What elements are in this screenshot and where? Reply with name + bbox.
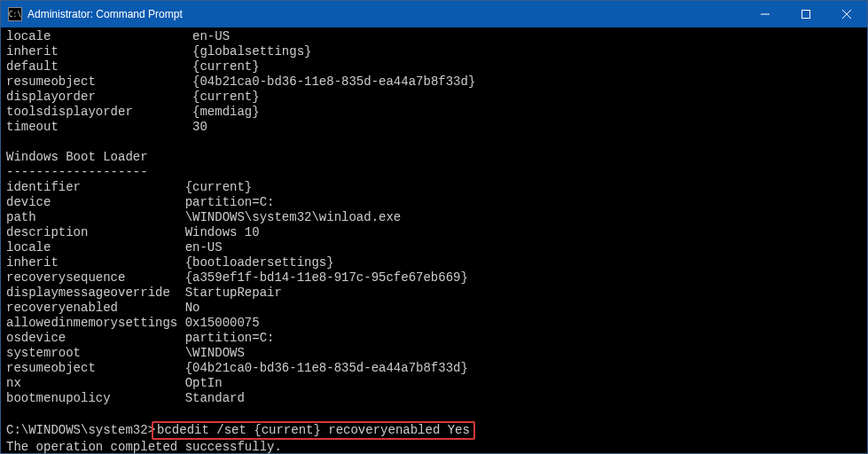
output-value: {04b21ca0-bd36-11e8-835d-ea44a7b8f33d} bbox=[185, 361, 468, 376]
output-value: 0x15000075 bbox=[185, 316, 260, 331]
output-key: systemroot bbox=[6, 346, 185, 361]
output-row: toolsdisplayorder{memdiag} bbox=[6, 105, 864, 120]
output-key: toolsdisplayorder bbox=[6, 105, 192, 120]
maximize-button[interactable] bbox=[786, 1, 826, 27]
highlighted-command: bcdedit /set {current} recoveryenabled Y… bbox=[152, 421, 475, 440]
output-key: locale bbox=[6, 240, 185, 255]
output-value: {globalsettings} bbox=[192, 44, 311, 59]
output-value: {bootloadersettings} bbox=[185, 255, 334, 270]
output-value: partition=C: bbox=[185, 195, 275, 210]
svg-rect-1 bbox=[802, 11, 810, 19]
output-row: inherit{bootloadersettings} bbox=[6, 255, 864, 270]
output-value: Windows 10 bbox=[185, 225, 260, 240]
output-value: partition=C: bbox=[185, 331, 275, 346]
output-row: resumeobject{04b21ca0-bd36-11e8-835d-ea4… bbox=[6, 361, 864, 376]
output-row: path\WINDOWS\system32\winload.exe bbox=[6, 210, 864, 225]
section-divider: ------------------- bbox=[6, 165, 864, 180]
titlebar[interactable]: C:\ Administrator: Command Prompt bbox=[1, 1, 867, 27]
output-row: displaymessageoverrideStartupRepair bbox=[6, 286, 864, 301]
terminal-output[interactable]: localeen-USinherit{globalsettings}defaul… bbox=[1, 27, 867, 453]
minimize-button[interactable] bbox=[745, 1, 786, 27]
output-key: bootmenupolicy bbox=[6, 391, 185, 406]
output-row: allowedinmemorysettings0x15000075 bbox=[6, 316, 864, 331]
output-key: default bbox=[6, 59, 192, 74]
output-key: description bbox=[6, 225, 185, 240]
output-row: recoverysequence{a359ef1f-bd14-11e8-917c… bbox=[6, 270, 864, 286]
minimize-icon bbox=[761, 10, 770, 19]
output-value: \WINDOWS bbox=[185, 346, 245, 361]
output-value: {a359ef1f-bd14-11e8-917c-95cfe67eb669} bbox=[185, 270, 468, 286]
output-row: inherit{globalsettings} bbox=[6, 44, 864, 59]
output-key: path bbox=[6, 210, 185, 225]
output-key: allowedinmemorysettings bbox=[6, 316, 185, 331]
output-key: timeout bbox=[6, 120, 192, 135]
output-value: en-US bbox=[192, 29, 230, 44]
output-value: Standard bbox=[185, 391, 245, 406]
output-row: resumeobject{04b21ca0-bd36-11e8-835d-ea4… bbox=[6, 74, 864, 90]
output-value: \WINDOWS\system32\winload.exe bbox=[185, 210, 402, 225]
output-row: timeout30 bbox=[6, 120, 864, 135]
output-row: recoveryenabledNo bbox=[6, 301, 864, 316]
output-key: identifier bbox=[6, 180, 185, 195]
output-row: localeen-US bbox=[6, 240, 864, 255]
output-key: nx bbox=[6, 376, 185, 391]
close-button[interactable] bbox=[826, 1, 867, 27]
output-value: 30 bbox=[192, 120, 207, 135]
output-key: recoverysequence bbox=[6, 270, 185, 286]
output-value: {04b21ca0-bd36-11e8-835d-ea44a7b8f33d} bbox=[192, 74, 475, 90]
output-key: displayorder bbox=[6, 90, 192, 105]
output-row: default{current} bbox=[6, 59, 864, 74]
output-row: bootmenupolicyStandard bbox=[6, 391, 864, 406]
output-value: {current} bbox=[192, 90, 260, 105]
output-key: device bbox=[6, 195, 185, 210]
output-key: recoveryenabled bbox=[6, 301, 185, 316]
output-key: locale bbox=[6, 29, 192, 44]
output-value: No bbox=[185, 301, 200, 316]
command-prompt-window: C:\ Administrator: Command Prompt locale… bbox=[0, 0, 868, 454]
output-row: devicepartition=C: bbox=[6, 195, 864, 210]
output-value: {current} bbox=[185, 180, 253, 195]
close-icon bbox=[842, 10, 851, 19]
window-title: Administrator: Command Prompt bbox=[27, 8, 745, 20]
output-row: osdevicepartition=C: bbox=[6, 331, 864, 346]
output-row: nxOptIn bbox=[6, 376, 864, 391]
output-key: displaymessageoverride bbox=[6, 286, 185, 301]
output-key: resumeobject bbox=[6, 74, 192, 90]
maximize-icon bbox=[802, 10, 810, 19]
section-header: Windows Boot Loader bbox=[6, 150, 864, 165]
output-key: inherit bbox=[6, 44, 192, 59]
output-row: localeen-US bbox=[6, 29, 864, 44]
output-key: resumeobject bbox=[6, 361, 185, 376]
output-row: displayorder{current} bbox=[6, 90, 864, 105]
output-value: {current} bbox=[192, 59, 260, 74]
output-value: StartupRepair bbox=[185, 286, 282, 301]
output-row: systemroot\WINDOWS bbox=[6, 346, 864, 361]
output-key: osdevice bbox=[6, 331, 185, 346]
output-key: inherit bbox=[6, 255, 185, 270]
result-line: The operation completed successfully. bbox=[6, 440, 864, 453]
output-row: descriptionWindows 10 bbox=[6, 225, 864, 240]
output-value: OptIn bbox=[185, 376, 223, 391]
output-row: identifier{current} bbox=[6, 180, 864, 195]
prompt-line: C:\WINDOWS\system32>bcdedit /set {curren… bbox=[6, 421, 864, 440]
output-value: en-US bbox=[185, 240, 223, 255]
cmd-icon: C:\ bbox=[8, 7, 22, 21]
prompt-prefix: C:\WINDOWS\system32> bbox=[6, 423, 155, 437]
output-value: {memdiag} bbox=[192, 105, 260, 120]
